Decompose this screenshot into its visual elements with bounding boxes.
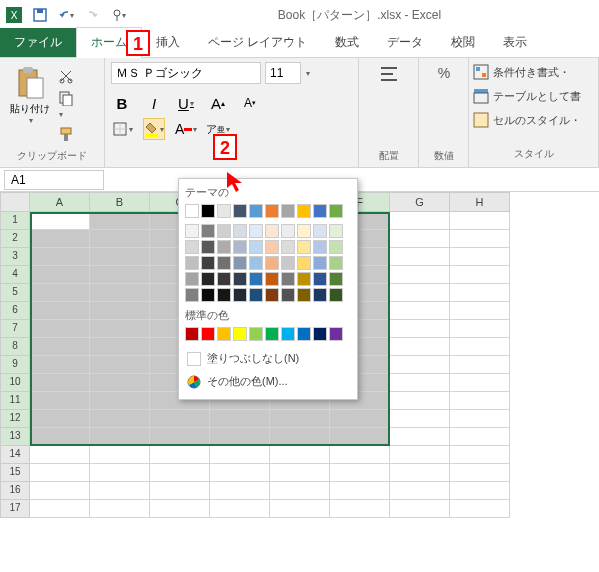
cell[interactable] xyxy=(270,410,330,428)
row-header-11[interactable]: 11 xyxy=(0,392,30,410)
color-swatch[interactable] xyxy=(185,240,199,254)
cell[interactable] xyxy=(30,374,90,392)
cell[interactable] xyxy=(390,338,450,356)
cell[interactable] xyxy=(150,410,210,428)
color-swatch[interactable] xyxy=(329,224,343,238)
conditional-format-button[interactable]: 条件付き書式・ xyxy=(473,64,594,80)
color-swatch[interactable] xyxy=(281,224,295,238)
cell[interactable] xyxy=(270,428,330,446)
cell[interactable] xyxy=(30,482,90,500)
cell[interactable] xyxy=(90,482,150,500)
color-swatch[interactable] xyxy=(265,327,279,341)
underline-button[interactable]: U▾ xyxy=(175,92,197,114)
color-swatch[interactable] xyxy=(201,224,215,238)
cell[interactable] xyxy=(330,482,390,500)
fill-color-button[interactable]: ▾ xyxy=(143,118,165,140)
cell[interactable] xyxy=(450,482,510,500)
tab-review[interactable]: 校閲 xyxy=(437,28,489,57)
name-box[interactable] xyxy=(4,170,104,190)
color-swatch[interactable] xyxy=(313,204,327,218)
color-swatch[interactable] xyxy=(329,256,343,270)
cell[interactable] xyxy=(90,266,150,284)
color-swatch[interactable] xyxy=(265,272,279,286)
cell[interactable] xyxy=(30,500,90,518)
cell[interactable] xyxy=(90,356,150,374)
cell-styles-button[interactable]: セルのスタイル・ xyxy=(473,112,594,128)
cell[interactable] xyxy=(390,248,450,266)
cell[interactable] xyxy=(90,284,150,302)
cell[interactable] xyxy=(270,464,330,482)
color-swatch[interactable] xyxy=(249,272,263,286)
color-swatch[interactable] xyxy=(281,327,295,341)
format-table-button[interactable]: テーブルとして書 xyxy=(473,88,594,104)
color-swatch[interactable] xyxy=(297,272,311,286)
color-swatch[interactable] xyxy=(313,288,327,302)
cell[interactable] xyxy=(390,212,450,230)
cell[interactable] xyxy=(210,500,270,518)
select-all-corner[interactable] xyxy=(0,192,30,212)
cell[interactable] xyxy=(30,392,90,410)
cell[interactable] xyxy=(30,212,90,230)
color-swatch[interactable] xyxy=(217,204,231,218)
cell[interactable] xyxy=(390,446,450,464)
cell[interactable] xyxy=(30,338,90,356)
cell[interactable] xyxy=(450,428,510,446)
cell[interactable] xyxy=(450,320,510,338)
color-swatch[interactable] xyxy=(265,224,279,238)
cell[interactable] xyxy=(390,482,450,500)
tab-formulas[interactable]: 数式 xyxy=(321,28,373,57)
cell[interactable] xyxy=(90,446,150,464)
color-swatch[interactable] xyxy=(233,224,247,238)
grow-font-button[interactable]: A▴ xyxy=(207,92,229,114)
cell[interactable] xyxy=(30,284,90,302)
cell[interactable] xyxy=(450,230,510,248)
cell[interactable] xyxy=(390,230,450,248)
color-swatch[interactable] xyxy=(313,327,327,341)
row-header-15[interactable]: 15 xyxy=(0,464,30,482)
row-header-8[interactable]: 8 xyxy=(0,338,30,356)
color-swatch[interactable] xyxy=(233,327,247,341)
color-swatch[interactable] xyxy=(217,327,231,341)
italic-button[interactable]: I xyxy=(143,92,165,114)
cell[interactable] xyxy=(390,464,450,482)
cell[interactable] xyxy=(390,284,450,302)
font-color-button[interactable]: A▾ xyxy=(175,118,197,140)
cell[interactable] xyxy=(90,212,150,230)
cell[interactable] xyxy=(390,428,450,446)
color-swatch[interactable] xyxy=(313,256,327,270)
color-swatch[interactable] xyxy=(201,288,215,302)
color-swatch[interactable] xyxy=(249,256,263,270)
color-swatch[interactable] xyxy=(313,272,327,286)
color-swatch[interactable] xyxy=(217,288,231,302)
color-swatch[interactable] xyxy=(297,224,311,238)
row-header-17[interactable]: 17 xyxy=(0,500,30,518)
cell[interactable] xyxy=(330,428,390,446)
color-swatch[interactable] xyxy=(265,256,279,270)
color-swatch[interactable] xyxy=(185,288,199,302)
align-icon[interactable] xyxy=(377,62,401,86)
cell[interactable] xyxy=(270,446,330,464)
cell[interactable] xyxy=(30,302,90,320)
cell[interactable] xyxy=(390,410,450,428)
color-swatch[interactable] xyxy=(265,204,279,218)
cell[interactable] xyxy=(30,464,90,482)
color-swatch[interactable] xyxy=(185,204,199,218)
cell[interactable] xyxy=(450,392,510,410)
no-fill-item[interactable]: 塗りつぶしなし(N) xyxy=(185,347,351,370)
row-header-12[interactable]: 12 xyxy=(0,410,30,428)
cell[interactable] xyxy=(30,266,90,284)
cell[interactable] xyxy=(150,482,210,500)
row-header-10[interactable]: 10 xyxy=(0,374,30,392)
cell[interactable] xyxy=(450,212,510,230)
cut-icon[interactable] xyxy=(58,68,74,84)
row-header-9[interactable]: 9 xyxy=(0,356,30,374)
color-swatch[interactable] xyxy=(297,240,311,254)
color-swatch[interactable] xyxy=(281,256,295,270)
row-header-1[interactable]: 1 xyxy=(0,212,30,230)
color-swatch[interactable] xyxy=(233,240,247,254)
cell[interactable] xyxy=(210,410,270,428)
row-header-16[interactable]: 16 xyxy=(0,482,30,500)
color-swatch[interactable] xyxy=(249,288,263,302)
cell[interactable] xyxy=(90,230,150,248)
row-header-3[interactable]: 3 xyxy=(0,248,30,266)
